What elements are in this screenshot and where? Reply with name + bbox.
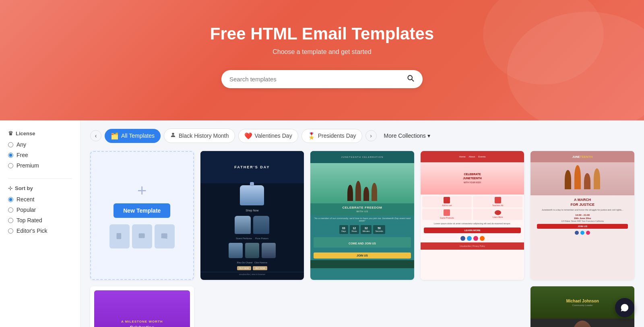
all-templates-label: All Templates: [121, 132, 155, 139]
sidebar: ♛ License Any Free Premium ⊹ Sort by: [0, 120, 80, 327]
placeholder-image-icon: [155, 224, 175, 248]
placeholder-card-icon: [132, 224, 152, 248]
svg-rect-3: [116, 233, 121, 239]
template-celebrate-preview: Home About Events CELEBRATEJUNETEENTHWIT…: [421, 151, 524, 280]
license-any-label: Any: [17, 141, 26, 148]
new-template-button[interactable]: New Template: [114, 203, 170, 218]
empty-card-1: [200, 286, 304, 327]
black-history-label: Black History Month: [179, 132, 229, 139]
hero-subtitle: Choose a template and get started: [8, 48, 636, 56]
tab-presidents[interactable]: 🎖️ Presidents Day: [301, 129, 362, 143]
sortby-section: ⊹ Sort by Recent Popular Top Rated Edito…: [8, 185, 72, 234]
svg-rect-6: [138, 234, 144, 238]
template-perfume[interactable]: FATHER'S DAY Shop Now Scent Perfume Pure…: [200, 151, 304, 280]
sortby-title: ⊹ Sort by: [8, 185, 72, 191]
search-bar: [221, 70, 423, 88]
hero-section: Free HTML Email Templates Choose a templ…: [0, 0, 644, 120]
license-premium-label: Premium: [17, 162, 39, 169]
chat-support-button[interactable]: [615, 298, 634, 317]
templates-second-row: A MILESTONE WORTH Celebrating Michael Jo…: [90, 286, 634, 327]
empty-card-2: [310, 286, 414, 327]
sort-recent[interactable]: Recent: [8, 196, 72, 203]
license-premium[interactable]: Premium: [8, 162, 72, 169]
main-layout: ♛ License Any Free Premium ⊹ Sort by: [0, 120, 644, 327]
presidents-icon: 🎖️: [308, 132, 316, 140]
next-collection-btn[interactable]: ›: [365, 130, 377, 141]
valentines-label: Valentines Day: [255, 132, 292, 139]
more-collections-btn[interactable]: More Collections ▾: [380, 130, 434, 142]
crown-icon: ♛: [8, 130, 13, 137]
empty-card-3: [421, 286, 524, 327]
chevron-down-icon: ▾: [427, 132, 430, 139]
license-title: ♛ License: [8, 130, 72, 137]
template-juneteenth[interactable]: JUNETEENTH CELEBRATION CELEBRATE FREEDOM…: [310, 151, 414, 280]
svg-line-1: [412, 79, 414, 81]
plus-icon: +: [137, 182, 147, 199]
sort-top-rated[interactable]: Top Rated: [8, 217, 72, 224]
sort-recent-label: Recent: [17, 196, 34, 203]
sort-icon: ⊹: [8, 185, 12, 191]
license-free[interactable]: Free: [8, 152, 72, 158]
tab-valentines[interactable]: ❤️ Valentines Day: [238, 129, 298, 143]
template-celebrate-juneteenth[interactable]: Home About Events CELEBRATEJUNETEENTHWIT…: [421, 151, 524, 280]
license-free-label: Free: [17, 152, 28, 158]
hero-title: Free HTML Email Templates: [8, 24, 636, 43]
presidents-label: Presidents Day: [318, 132, 356, 139]
license-any[interactable]: Any: [8, 141, 72, 148]
tab-black-history[interactable]: Black History Month: [164, 128, 235, 143]
sort-popular[interactable]: Popular: [8, 207, 72, 213]
new-template-card[interactable]: + New Template: [90, 151, 194, 280]
sort-editors-pick-label: Editor's Pick: [17, 228, 47, 234]
template-milestone[interactable]: A MILESTONE WORTH Celebrating: [90, 286, 194, 327]
template-placeholders: [109, 224, 175, 248]
search-input[interactable]: [229, 76, 407, 83]
content-area: ‹ 🗂️ All Templates Black History Month ❤…: [80, 120, 644, 327]
all-templates-icon: 🗂️: [111, 132, 119, 140]
filter-tabs: ‹ 🗂️ All Templates Black History Month ❤…: [90, 128, 634, 143]
sort-top-rated-label: Top Rated: [17, 217, 42, 224]
valentines-icon: ❤️: [244, 132, 252, 140]
more-collections-label: More Collections: [384, 132, 426, 139]
tab-all-templates[interactable]: 🗂️ All Templates: [105, 129, 161, 143]
search-icon[interactable]: [407, 74, 415, 84]
license-section: ♛ License Any Free Premium: [8, 130, 72, 169]
template-juneteenth-preview: JUNETEENTH CELEBRATION CELEBRATE FREEDOM…: [310, 151, 414, 280]
templates-grid: + New Template: [90, 151, 634, 280]
placeholder-doc-icon: [109, 224, 130, 248]
prev-collection-btn[interactable]: ‹: [90, 130, 101, 141]
template-march-justice[interactable]: JUNE TEENTH A MARCHFOR JUSTICE Juneteent…: [530, 151, 634, 280]
template-march-preview: JUNE TEENTH A MARCHFOR JUSTICE Juneteent…: [530, 151, 634, 280]
sort-editors-pick[interactable]: Editor's Pick: [8, 228, 72, 234]
sidebar-divider: [8, 178, 72, 179]
sort-popular-label: Popular: [17, 207, 36, 213]
svg-point-8: [162, 234, 164, 236]
chat-icon: [620, 303, 629, 312]
black-history-icon: [170, 132, 176, 140]
template-perfume-preview: FATHER'S DAY Shop Now Scent Perfume Pure…: [200, 151, 304, 280]
svg-point-2: [172, 133, 174, 135]
